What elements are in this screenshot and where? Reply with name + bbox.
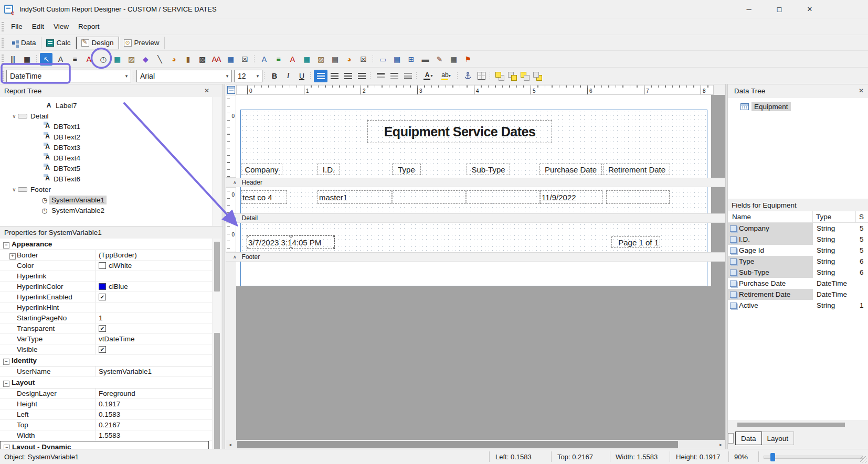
collapse-band-icon[interactable] <box>233 215 237 221</box>
chevron-down-icon[interactable]: ▾ <box>223 70 231 82</box>
menu-item-file[interactable]: File <box>6 20 27 33</box>
valign-bottom-button[interactable] <box>401 70 415 82</box>
tab-layout-bottom[interactable]: Layout <box>762 431 795 445</box>
property-value[interactable]: 0.1917 <box>96 399 212 409</box>
subreport-tool-icon[interactable]: ▤ <box>390 53 403 66</box>
dbmemo-tool-icon[interactable]: ≡ <box>272 53 284 66</box>
property-row[interactable]: Visible <box>0 344 212 355</box>
property-value[interactable]: 1.5583 <box>96 430 212 440</box>
scrollbar-thumb[interactable] <box>214 242 220 292</box>
checkbox[interactable] <box>99 325 106 332</box>
field-row[interactable]: Gage Id String 5 <box>728 245 868 256</box>
tree-item-systemvariable1[interactable]: SystemVariable1 <box>0 195 212 205</box>
fields-horizontal-scrollbar[interactable] <box>728 421 868 428</box>
property-value[interactable]: clWhite <box>96 261 212 271</box>
report-title-element[interactable]: Equipment Service Dates <box>367 120 552 143</box>
property-row[interactable]: HyperlinkHint <box>0 303 212 313</box>
barcode-2d-tool-icon[interactable]: ▦ <box>20 53 33 66</box>
data-tree-item-equipment[interactable]: Equipment <box>728 101 868 112</box>
property-value[interactable] <box>96 292 212 302</box>
dbrichtext-tool-icon[interactable]: A <box>286 53 299 66</box>
anchor-button[interactable] <box>461 70 474 82</box>
property-row[interactable]: Top 0.2167 <box>0 420 212 430</box>
scrollbar-thumb[interactable] <box>737 423 845 427</box>
barcode-matrix-tool-icon[interactable]: ▩ <box>196 53 208 66</box>
property-row[interactable]: StartingPageNo 1 <box>0 313 212 323</box>
resize-handle[interactable] <box>247 247 249 249</box>
menu-item-report[interactable]: Report <box>73 20 104 33</box>
valign-top-button[interactable] <box>374 70 387 82</box>
property-value[interactable] <box>96 271 212 281</box>
zoom-slider-thumb[interactable] <box>770 453 775 461</box>
highlight-color-button[interactable]: ab ▾ <box>437 70 456 82</box>
tree-item-footer-band[interactable]: Footer <box>0 184 212 195</box>
close-icon[interactable] <box>203 87 211 95</box>
tree-item-dbtext2[interactable]: DBText2 <box>0 132 212 142</box>
expand-icon[interactable] <box>3 240 12 249</box>
detail-field-element[interactable]: 11/9/2022 <box>540 190 602 204</box>
dbcheckbox-tool-icon[interactable]: ☒ <box>357 53 369 66</box>
scrollbar-thumb[interactable] <box>214 333 220 464</box>
image-tool-icon[interactable]: ▨ <box>125 53 137 66</box>
checkbox[interactable] <box>99 294 106 300</box>
property-value[interactable]: SystemVariable1 <box>96 366 212 376</box>
header-band-bar[interactable]: Header <box>226 178 725 187</box>
column-header-element[interactable]: I.D. <box>317 164 340 175</box>
property-row[interactable]: Left 0.1583 <box>0 409 212 420</box>
tree-item-label7[interactable]: Label7 <box>0 100 212 111</box>
tab-data[interactable]: Data <box>6 37 41 49</box>
field-row[interactable]: Sub-Type String 6 <box>728 267 868 278</box>
tree-item-dbtext3[interactable]: DBText3 <box>0 142 212 153</box>
column-header-element[interactable]: Company <box>241 164 282 175</box>
column-header-element[interactable]: Sub-Type <box>467 164 510 175</box>
dbchart-tool-icon[interactable]: ◕ <box>343 53 355 66</box>
bring-forward-button[interactable] <box>506 70 518 82</box>
memo-tool-icon[interactable]: ≡ <box>68 53 81 66</box>
tab-data-bottom[interactable]: Data <box>735 431 762 445</box>
select-tool-icon[interactable]: ↖ <box>40 53 52 66</box>
collapse-band-icon[interactable] <box>233 180 237 185</box>
line-tool-icon[interactable]: ╲ <box>153 53 166 66</box>
detail-field-element[interactable]: master1 <box>317 190 391 204</box>
region-tool-icon[interactable]: ▭ <box>376 53 389 66</box>
chevron-down-icon[interactable]: ▾ <box>253 70 262 82</box>
column-header-element[interactable]: Type <box>392 164 421 175</box>
tree-item-dbtext5[interactable]: DBText5 <box>0 163 212 174</box>
expand-icon[interactable] <box>3 379 12 387</box>
font-color-button[interactable]: A ▾ <box>420 70 437 82</box>
label-tool-icon[interactable]: A <box>54 53 67 66</box>
crosstab-tool-icon[interactable]: ⊞ <box>405 53 417 66</box>
property-row[interactable]: Layout <box>0 377 212 389</box>
font-family-combobox[interactable]: Arial ▾ <box>136 70 232 82</box>
dbcalc-tool-icon[interactable]: ▦ <box>300 53 313 66</box>
zoom-slider[interactable] <box>764 456 863 459</box>
column-header-element[interactable]: Retirement Date <box>604 164 670 175</box>
field-row[interactable]: Purchase Date DateTime <box>728 278 868 289</box>
column-header-size[interactable]: S <box>856 213 868 221</box>
field-row[interactable]: Type String 6 <box>728 256 868 267</box>
resize-grip-icon[interactable] <box>860 456 867 463</box>
column-header-type[interactable]: Type <box>813 211 856 222</box>
tree-item-detail-band[interactable]: Detail <box>0 111 212 121</box>
detail-band-bar[interactable]: Detail <box>226 213 725 223</box>
tree-item-dbtext4[interactable]: DBText4 <box>0 153 212 163</box>
checkbox-tool-icon[interactable]: ☒ <box>238 53 251 66</box>
chevron-down-icon[interactable]: ▾ <box>122 70 131 82</box>
tree-item-dbtext1[interactable]: DBText1 <box>0 121 212 132</box>
rotated-text-tool-icon[interactable]: AA <box>210 53 223 66</box>
chart-tool-icon[interactable]: ◕ <box>167 53 180 66</box>
detail-field-element[interactable] <box>467 190 539 204</box>
italic-button[interactable]: I <box>281 70 295 82</box>
column-header-element[interactable]: Purchase Date <box>539 164 602 175</box>
field-row[interactable]: Active String 1 <box>728 300 868 311</box>
property-value[interactable]: 0.2167 <box>96 420 212 430</box>
map-tool-icon[interactable]: ⚑ <box>461 53 474 66</box>
align-left-button[interactable] <box>314 70 327 82</box>
close-button[interactable]: ✕ <box>798 0 822 18</box>
left-panel-scrollbar[interactable] <box>213 97 221 449</box>
send-backward-button[interactable] <box>518 70 531 82</box>
property-row[interactable]: Hyperlink <box>0 271 212 282</box>
property-value[interactable]: 1 <box>96 313 212 323</box>
expand-icon[interactable] <box>9 251 17 260</box>
property-row[interactable]: HyperlinkEnabled <box>0 292 212 303</box>
